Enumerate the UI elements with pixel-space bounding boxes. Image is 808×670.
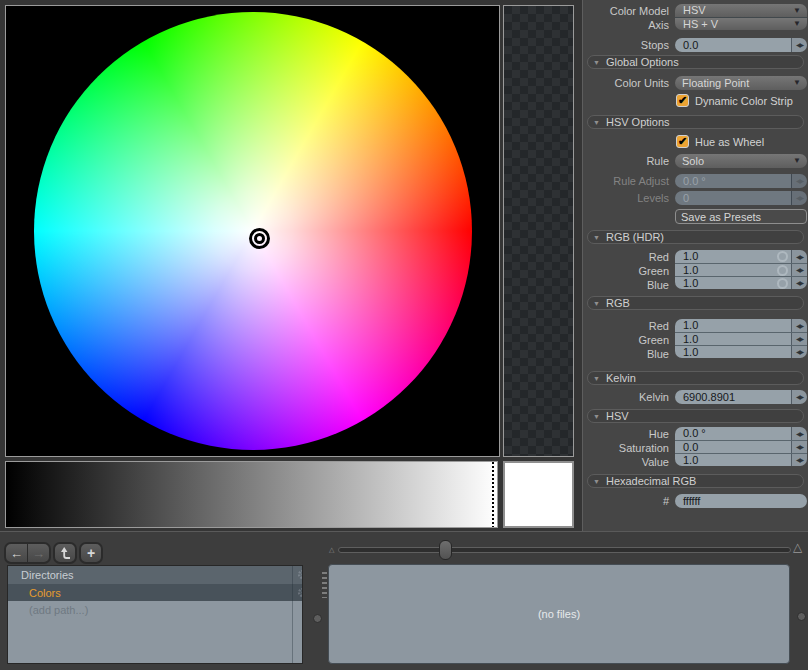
rule-dropdown[interactable]: Solo ▼: [675, 154, 807, 168]
stepper-icon[interactable]: ◀▶: [791, 38, 807, 52]
gear-column-divider: [292, 566, 293, 663]
stepper-icon[interactable]: ◀▶: [791, 333, 807, 345]
section-title: RGB (HDR): [606, 231, 664, 243]
rule-adjust-value: 0.0 °: [675, 175, 791, 188]
stepper-icon[interactable]: ◀▶: [791, 441, 807, 453]
kelvin-value: 6900.8901: [675, 391, 791, 404]
directories-header[interactable]: Directories: [8, 566, 302, 584]
section-hsv-options[interactable]: ▼ HSV Options: [587, 115, 804, 129]
add-path-button[interactable]: +: [79, 542, 103, 564]
collapse-triangle-icon: ▼: [593, 300, 600, 307]
hdr-red-value: 1.0: [675, 250, 777, 263]
stepper-icon[interactable]: ◀▶: [791, 454, 807, 466]
color-options-panel: Color Model Axis HSV ▼ HS + V ▼ Stops 0.…: [582, 0, 808, 531]
green-label: Green: [583, 333, 669, 347]
thumb-size-max-icon[interactable]: △: [793, 541, 802, 553]
collapse-triangle-icon: ▼: [593, 119, 600, 126]
red-input[interactable]: 1.0 ◀▶: [675, 319, 807, 332]
thumb-size-min-icon[interactable]: △: [329, 546, 334, 553]
thumbnail-size-slider-handle[interactable]: [439, 540, 452, 560]
stepper-icon[interactable]: ◀▶: [791, 346, 807, 358]
history-button-group: ← →: [4, 542, 51, 564]
hdr-red-label: Red: [583, 250, 669, 264]
stops-input[interactable]: 0.0 ◀▶: [675, 38, 807, 52]
section-global-options[interactable]: ▼ Global Options: [587, 55, 804, 69]
stepper-icon: ◀▶: [791, 174, 807, 188]
stepper-icon[interactable]: ◀▶: [791, 390, 807, 404]
back-button[interactable]: ←: [6, 544, 27, 562]
section-rgb[interactable]: ▼ RGB: [587, 296, 804, 310]
checkbox-checked-icon[interactable]: ✔: [676, 94, 689, 107]
hdr-blue-value: 1.0: [675, 277, 777, 290]
stepper-icon[interactable]: ◀▶: [791, 319, 807, 332]
mini-slider-ring-icon[interactable]: [777, 251, 788, 262]
gear-icon[interactable]: [297, 587, 303, 598]
color-model-dropdown[interactable]: HSV ▼: [675, 4, 807, 17]
collapse-triangle-icon: ▼: [593, 413, 600, 420]
directory-item-colors[interactable]: Colors: [8, 584, 302, 601]
current-color-swatch: [503, 461, 574, 528]
chevron-down-icon: ▼: [793, 20, 801, 28]
mini-slider-ring-icon[interactable]: [777, 265, 788, 276]
section-title: HSV Options: [606, 116, 670, 128]
up-directory-icon: [58, 546, 72, 560]
color-cursor-inner-ring: [254, 233, 265, 244]
color-cursor[interactable]: [249, 228, 270, 249]
hdr-red-input[interactable]: 1.0 ◀▶: [675, 250, 807, 263]
value-marker[interactable]: [492, 462, 494, 527]
value-input[interactable]: 1.0 ◀▶: [675, 453, 807, 466]
hdr-blue-input[interactable]: 1.0 ◀▶: [675, 276, 807, 289]
value-value: 1.0: [675, 454, 791, 467]
hue-input[interactable]: 0.0 ° ◀▶: [675, 427, 807, 440]
add-path-item[interactable]: (add path...): [8, 601, 302, 618]
color-units-dropdown[interactable]: Floating Point ▼: [675, 76, 807, 90]
stepper-icon[interactable]: ◀▶: [791, 264, 807, 276]
mini-slider-ring-icon[interactable]: [777, 278, 788, 289]
alpha-checker-strip[interactable]: [503, 5, 574, 457]
saturation-value: 0.0: [675, 441, 791, 454]
collapse-triangle-icon: ▼: [593, 375, 600, 382]
axis-dropdown[interactable]: HS + V ▼: [675, 17, 807, 30]
hue-as-wheel-checkbox-row[interactable]: ✔ Hue as Wheel: [676, 134, 764, 149]
red-value: 1.0: [675, 319, 791, 332]
thumbnail-size-slider[interactable]: [338, 547, 791, 553]
kelvin-input[interactable]: 6900.8901 ◀▶: [675, 390, 807, 404]
section-hsv[interactable]: ▼ HSV: [587, 409, 804, 423]
gear-icon[interactable]: [297, 569, 303, 580]
blue-value: 1.0: [675, 346, 791, 359]
stepper-icon[interactable]: ◀▶: [791, 427, 807, 440]
collapse-triangle-icon: ▼: [593, 478, 600, 485]
stepper-icon[interactable]: ◀▶: [791, 277, 807, 289]
hex-input[interactable]: ffffff: [675, 494, 807, 508]
saturation-input[interactable]: 0.0 ◀▶: [675, 440, 807, 453]
hdr-green-input[interactable]: 1.0 ◀▶: [675, 263, 807, 276]
checkbox-checked-icon[interactable]: ✔: [676, 135, 689, 148]
section-title: Hexadecimal RGB: [606, 475, 696, 487]
value-label: Value: [583, 455, 669, 469]
rgb-hdr-field-group: 1.0 ◀▶ 1.0 ◀▶ 1.0 ◀▶: [675, 250, 807, 289]
dynamic-color-strip-checkbox-row[interactable]: ✔ Dynamic Color Strip: [676, 93, 793, 108]
blue-input[interactable]: 1.0 ◀▶: [675, 345, 807, 358]
splitter-knob[interactable]: [313, 614, 322, 623]
hsv-field-group: 0.0 ° ◀▶ 0.0 ◀▶ 1.0 ◀▶: [675, 427, 807, 466]
forward-button[interactable]: →: [27, 544, 49, 562]
green-input[interactable]: 1.0 ◀▶: [675, 332, 807, 345]
save-as-presets-button[interactable]: Save as Presets: [675, 209, 807, 224]
hdr-green-value: 1.0: [675, 264, 777, 277]
chevron-down-icon: ▼: [793, 7, 801, 15]
value-gradient-strip[interactable]: [5, 461, 498, 528]
section-kelvin[interactable]: ▼ Kelvin: [587, 371, 804, 385]
section-rgb-hdr[interactable]: ▼ RGB (HDR): [587, 230, 804, 244]
back-arrow-icon: ←: [10, 547, 23, 560]
directories-list: Directories Colors (add path...): [7, 565, 303, 664]
levels-label: Levels: [583, 191, 669, 205]
files-panel[interactable]: (no files): [328, 564, 790, 664]
splitter-knob[interactable]: [797, 612, 806, 621]
hdr-green-label: Green: [583, 264, 669, 278]
stepper-icon[interactable]: ◀▶: [791, 250, 807, 263]
up-directory-button[interactable]: [53, 542, 77, 564]
panel-splitter-grip[interactable]: [322, 572, 327, 598]
section-hexadecimal-rgb[interactable]: ▼ Hexadecimal RGB: [587, 474, 804, 488]
rule-adjust-input-disabled: 0.0 ° ◀▶: [675, 174, 807, 188]
color-units-label: Color Units: [583, 76, 669, 90]
